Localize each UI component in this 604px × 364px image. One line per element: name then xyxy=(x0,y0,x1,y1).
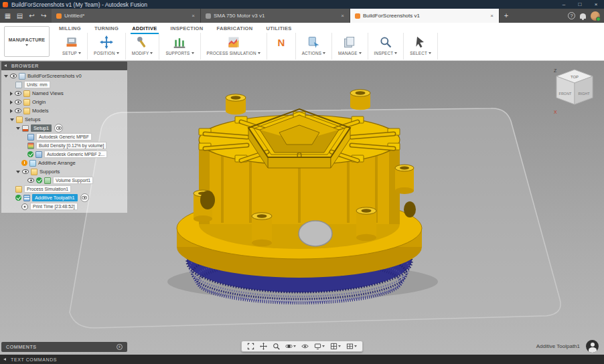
window-maximize-button[interactable]: □ xyxy=(572,0,588,9)
expand-right-icon[interactable] xyxy=(10,92,13,96)
text-commands-label[interactable]: TEXT COMMANDS xyxy=(11,357,57,362)
document-tab[interactable]: SMA 750 Motor v3 v1× xyxy=(201,9,350,23)
zoom-button[interactable] xyxy=(271,342,282,351)
browser-item[interactable]: Autodesk Generic MPBF xyxy=(1,132,127,141)
close-tab-icon[interactable]: × xyxy=(340,13,345,19)
actions-icon[interactable] xyxy=(305,35,321,50)
collapse-panel-icon[interactable] xyxy=(4,64,7,67)
browser-item[interactable]: Autodesk Generic MPBF 2... xyxy=(1,150,127,159)
browser-item[interactable]: Named Views xyxy=(1,89,127,98)
process-icon[interactable] xyxy=(226,35,242,50)
chevron-down-icon xyxy=(338,345,341,347)
browser-item-label: Autodesk Generic MPBF xyxy=(36,133,92,141)
collapse-console-icon[interactable] xyxy=(3,358,6,361)
redo-icon[interactable]: ↪ xyxy=(39,9,49,23)
browser-item[interactable]: Additive Toolpath1 xyxy=(1,193,127,202)
modify-icon[interactable] xyxy=(135,35,151,50)
save-icon[interactable]: ▤ xyxy=(15,9,25,23)
expand-right-icon[interactable] xyxy=(10,109,13,113)
browser-item-label: Supports xyxy=(40,169,60,175)
visibility-eye-icon[interactable] xyxy=(15,100,21,104)
browser-item[interactable]: Models xyxy=(1,106,127,115)
orbit-button[interactable] xyxy=(283,342,298,351)
profile-avatar[interactable] xyxy=(591,11,600,21)
ribbon-group-select: SELECT xyxy=(404,33,438,60)
close-tab-icon[interactable]: × xyxy=(489,13,494,19)
ribbon-group-supports: SUPPORTS xyxy=(159,33,200,60)
workspace-label: MANUFACTURE xyxy=(9,37,46,42)
document-tab[interactable]: BuildForScreenshots v1× xyxy=(350,9,500,23)
window-close-button[interactable]: × xyxy=(588,0,604,9)
ribbon-group-label: SETUP xyxy=(62,51,81,56)
app-bar-right: ? xyxy=(568,9,604,23)
close-tab-icon[interactable]: × xyxy=(191,13,196,19)
browser-item[interactable]: Build Density [0.12% by volume] xyxy=(1,141,127,150)
browser-item[interactable]: Origin xyxy=(1,98,127,106)
browser-item-label: Process Simulation1 xyxy=(24,185,71,193)
browser-header[interactable]: BROWSER xyxy=(1,62,127,70)
expand-down-icon[interactable] xyxy=(16,127,20,130)
visibility-eye-icon[interactable] xyxy=(15,91,21,96)
document-tab-bar: ▦▤↩↪ Untitled*×SMA 750 Motor v3 v1×Build… xyxy=(0,9,604,23)
new-tab-button[interactable]: + xyxy=(500,9,513,23)
visibility-eye-icon[interactable] xyxy=(10,74,17,78)
inspect-icon[interactable] xyxy=(378,35,394,50)
browser-item[interactable]: Units: mm xyxy=(1,80,127,89)
fit-view-icon xyxy=(247,343,254,350)
browser-item[interactable]: Volume Support1 xyxy=(1,176,127,185)
window-minimize-button[interactable]: – xyxy=(556,0,572,9)
pan-button[interactable] xyxy=(258,342,269,351)
fusion-document-icon xyxy=(355,13,360,19)
expand-down-icon[interactable] xyxy=(16,171,20,173)
expand-down-icon[interactable] xyxy=(4,75,8,78)
visibility-eye-icon[interactable] xyxy=(15,108,21,113)
ribbon-group-manage: MANAGE xyxy=(332,33,368,60)
chevron-down-icon xyxy=(429,52,431,54)
zoom-icon xyxy=(273,343,280,350)
view-cube[interactable]: Z TOP FRONT RIGHT X xyxy=(551,64,598,116)
visibility-eye-icon[interactable] xyxy=(27,178,34,183)
position-icon[interactable] xyxy=(98,35,115,50)
viewport-3d[interactable]: Z TOP FRONT RIGHT X BROWSER BuildForScre… xyxy=(0,61,604,355)
chevron-down-icon xyxy=(354,345,357,347)
browser-item[interactable]: Print Time [23:48:52] xyxy=(1,202,127,211)
browser-title: BROWSER xyxy=(11,64,39,68)
add-comment-icon[interactable] xyxy=(117,344,123,350)
collaborator-avatar[interactable] xyxy=(586,340,599,353)
supports-icon[interactable] xyxy=(171,35,187,50)
browser-item[interactable]: Supports xyxy=(1,167,127,176)
visibility-eye-badge[interactable] xyxy=(54,124,63,132)
eye-icon xyxy=(56,126,62,130)
select-icon[interactable] xyxy=(412,35,429,50)
undo-icon[interactable]: ↩ xyxy=(27,9,37,23)
display-settings-button[interactable] xyxy=(312,342,327,351)
browser-item-label: Additive Toolpath1 xyxy=(32,194,78,201)
app-launcher-icon[interactable]: ▦ xyxy=(3,9,13,23)
browser-item[interactable]: Setups xyxy=(1,115,127,124)
pan-icon xyxy=(260,343,267,350)
chevron-down-icon xyxy=(322,345,325,347)
fit-view-button[interactable] xyxy=(245,342,256,351)
viewports-button[interactable] xyxy=(344,342,359,351)
netfabb-icon[interactable]: N xyxy=(273,35,289,50)
browser-item[interactable]: Additive Arrange xyxy=(1,159,127,167)
setup-icon[interactable] xyxy=(64,35,80,50)
look-at-button[interactable] xyxy=(299,342,311,351)
browser-item[interactable]: BuildForScreenshots v0 xyxy=(1,72,127,80)
help-icon[interactable]: ? xyxy=(568,12,575,19)
browser-item[interactable]: Setup1 xyxy=(1,124,127,132)
manage-icon[interactable] xyxy=(342,35,358,50)
document-tab[interactable]: Untitled*× xyxy=(52,9,201,23)
browser-item[interactable]: Process Simulation1 xyxy=(1,185,127,193)
expand-right-icon[interactable] xyxy=(10,100,13,104)
browser-item-label: Models xyxy=(32,108,48,114)
comments-bar[interactable]: COMMENTS xyxy=(1,342,127,352)
ribbon-group-label: SELECT xyxy=(410,51,431,56)
ribbon-group-netfabb: N xyxy=(267,33,296,60)
grid-settings-button[interactable] xyxy=(328,342,343,351)
workspace-switcher[interactable]: MANUFACTURE xyxy=(4,26,50,57)
visibility-eye-badge[interactable] xyxy=(80,193,89,202)
visibility-eye-icon[interactable] xyxy=(22,169,29,174)
notification-bell-icon[interactable] xyxy=(580,13,586,19)
expand-down-icon[interactable] xyxy=(10,118,14,121)
